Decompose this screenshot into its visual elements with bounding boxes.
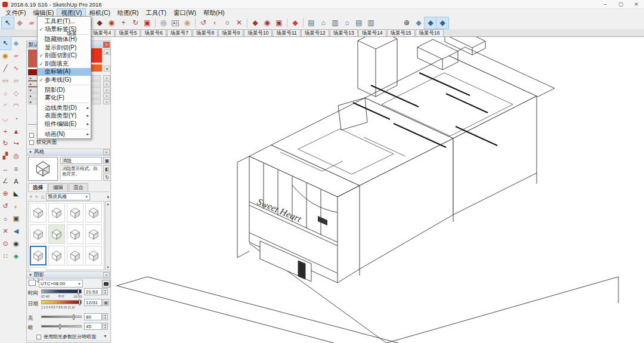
model-viewport[interactable]: Sweet Heart: [112, 37, 644, 343]
eraser-tool-icon[interactable]: ▰: [11, 50, 21, 62]
calendar-icon[interactable]: ▦: [103, 299, 109, 306]
timezone-dropdown[interactable]: UTC+08:00 ▼: [39, 280, 83, 288]
forward-arrow-icon[interactable]: ►: [35, 194, 39, 199]
scroll-down-icon[interactable]: ▼: [106, 265, 110, 269]
expand-chevron-icon[interactable]: ▼: [103, 334, 107, 338]
arc-tool-icon[interactable]: ◜: [0, 100, 11, 112]
circle-tool-icon[interactable]: ○: [0, 87, 11, 100]
scale-tool-icon[interactable]: ▞: [0, 150, 11, 162]
style-shaded-icon[interactable]: ▣: [273, 17, 285, 29]
menu-item-animation[interactable]: 动画(N)▸: [38, 130, 91, 138]
scene-tab-场景号13[interactable]: 场景号13: [330, 29, 358, 36]
freehand-tool-icon[interactable]: ∿: [11, 62, 21, 75]
zoom-icon[interactable]: ○: [221, 17, 233, 29]
dark-spinner[interactable]: ▲▼: [103, 323, 108, 330]
style-thumbnail[interactable]: [30, 224, 47, 244]
3d-text-tool-icon[interactable]: ◣: [11, 187, 21, 200]
zoom-extents-tool-icon[interactable]: ✕: [0, 225, 11, 237]
push-pull-tool-icon[interactable]: ▲: [11, 125, 21, 137]
view-iso-icon[interactable]: ▤: [305, 17, 317, 29]
section-close-icon[interactable]: ×: [103, 81, 110, 86]
dark-slider[interactable]: [41, 325, 82, 327]
section-close-icon[interactable]: ×: [103, 75, 110, 81]
make-component-icon[interactable]: ◆: [14, 17, 26, 29]
styles-tab-选择[interactable]: 选择: [28, 183, 48, 192]
rotate-icon[interactable]: ↻: [129, 17, 141, 29]
style-thumbnail[interactable]: [67, 246, 83, 265]
scene-tab-场景号16[interactable]: 场景号16: [416, 29, 444, 36]
styles-tab-混合[interactable]: 混合: [69, 183, 88, 192]
axes-tool-icon[interactable]: ⊕: [0, 187, 11, 200]
material-swatch[interactable]: [28, 50, 38, 67]
pan-tool-icon[interactable]: ◐: [11, 200, 21, 212]
checkbox-icon[interactable]: [29, 133, 34, 138]
soften-coplanar-checkbox[interactable]: 软化共面: [29, 139, 57, 146]
view-back-icon[interactable]: ⌂: [341, 17, 353, 29]
maximize-button[interactable]: ▢: [613, 1, 628, 8]
menu-绘图(R)[interactable]: 绘图(R): [114, 9, 143, 17]
walk-tool-icon[interactable]: ∷: [0, 250, 11, 262]
shadows-close-icon[interactable]: ×: [103, 272, 110, 278]
menu-item-scene-tabs[interactable]: ✓场景标签(S): [38, 26, 91, 34]
select-tool-icon[interactable]: ↖: [0, 37, 11, 50]
scene-tab-场景号6[interactable]: 场景号6: [141, 29, 166, 36]
menu-文件(F)[interactable]: 文件(F): [2, 9, 29, 17]
dark-value-input[interactable]: 45: [84, 323, 102, 330]
pie-tool-icon[interactable]: ◔: [11, 112, 21, 125]
use-sun-checkbox[interactable]: 使用阳光参数区分明暗面: [36, 333, 96, 340]
section-plane-tool-icon[interactable]: ◈: [11, 250, 21, 262]
section-cuts-icon[interactable]: ◆: [425, 17, 436, 29]
eraser-icon[interactable]: ▰: [26, 17, 38, 29]
menu-item-guides[interactable]: ✓参考线(G): [38, 76, 91, 84]
toggle-shadows-icon[interactable]: [29, 280, 36, 286]
scene-tab-场景号7[interactable]: 场景号7: [167, 29, 192, 36]
follow-me-tool-icon[interactable]: ↪: [11, 137, 21, 150]
make-component-tool-icon[interactable]: ◆: [11, 37, 21, 50]
polygon-tool-icon[interactable]: ◇: [11, 87, 21, 100]
style-thumbnail[interactable]: [67, 224, 83, 244]
push-pull-icon[interactable]: ◆: [94, 17, 106, 29]
style-thumbnail[interactable]: [48, 203, 65, 223]
tape-measure-icon[interactable]: ◎: [157, 17, 169, 29]
style-thumbnail[interactable]: [85, 246, 102, 265]
style-thumbnail[interactable]: [48, 224, 65, 244]
scene-tab-场景号11[interactable]: 场景号11: [273, 29, 300, 36]
section-plane-icon[interactable]: ◆: [413, 17, 425, 29]
styles-close-icon[interactable]: ×: [103, 149, 110, 155]
close-button[interactable]: ✕: [628, 1, 644, 8]
date-value-input[interactable]: 12/31: [84, 299, 102, 306]
preset-styles-dropdown[interactable]: 预设风格 ▼: [46, 193, 90, 200]
two-point-arc-tool-icon[interactable]: ◠: [11, 100, 21, 112]
scene-tab-场景号15[interactable]: 场景号15: [387, 29, 415, 36]
styles-tab-编辑[interactable]: 编辑: [48, 183, 68, 192]
section-close-icon[interactable]: ×: [103, 87, 110, 92]
view-right-icon[interactable]: ▥: [365, 17, 377, 29]
scene-tab-场景号12[interactable]: 场景号12: [301, 29, 329, 36]
create-style-icon[interactable]: ▣: [103, 157, 111, 164]
scroll-up-icon[interactable]: ▲: [106, 202, 110, 206]
menu-item-edge-style[interactable]: 边线类型(D)▸: [38, 104, 91, 112]
menu-item-toolbars[interactable]: 工具栏(T)...: [38, 17, 91, 26]
scene-tab-场景号5[interactable]: 场景号5: [115, 29, 140, 36]
display-shadows-icon[interactable]: [102, 280, 110, 288]
style-hiddenline-icon[interactable]: ◉: [261, 17, 273, 29]
back-arrow-icon[interactable]: ◄: [28, 194, 33, 199]
style-description[interactable]: 消隐显示模式。白色背景。: [60, 165, 102, 181]
menu-item-hidden-geometry[interactable]: 隐藏物体(H): [38, 35, 91, 44]
menu-窗口(W)[interactable]: 窗口(W): [170, 9, 200, 17]
menu-item-section-planes[interactable]: 显示剖切(P): [38, 44, 91, 52]
refresh-style-icon[interactable]: ↻: [103, 174, 111, 181]
home-icon[interactable]: ⌂: [41, 194, 44, 200]
date-slider[interactable]: [41, 300, 82, 304]
zoom-extents-icon[interactable]: ✕: [233, 17, 245, 29]
paint-bucket-icon[interactable]: ◉: [181, 17, 193, 29]
menu-item-fog[interactable]: 雾化(F): [38, 94, 91, 102]
move-icon[interactable]: +: [117, 17, 129, 29]
style-name-input[interactable]: 消隐: [60, 157, 102, 164]
move-tool-icon[interactable]: +: [0, 125, 11, 137]
light-slider[interactable]: [41, 316, 82, 318]
line-tool-icon[interactable]: ╱: [0, 62, 11, 75]
look-around-tool-icon[interactable]: ◉: [11, 237, 21, 250]
scale-icon[interactable]: ▣: [141, 17, 153, 29]
text-tool-icon[interactable]: A: [11, 175, 21, 187]
